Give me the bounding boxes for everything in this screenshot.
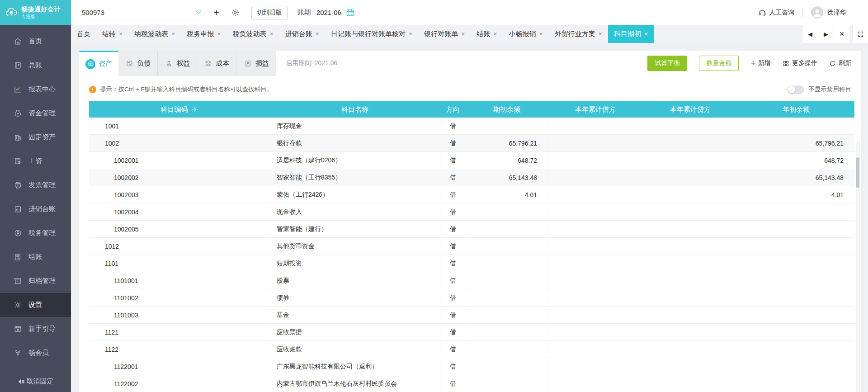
account-row-1002003[interactable]: 1002003蒙佑（工行2426）借4.014.01 — [89, 186, 854, 203]
tab-close-icon[interactable]: × — [461, 30, 465, 38]
account-row-1002001[interactable]: 1002001适居科技（建行0206）借648.72648.72 — [89, 152, 854, 169]
category-tab-权益[interactable]: 权益 — [158, 51, 197, 76]
calendar-icon[interactable] — [346, 8, 354, 17]
tab-小畅报销[interactable]: 小畅报销× — [503, 25, 549, 43]
tab-scroll-left-button[interactable]: ◀ — [802, 25, 818, 43]
account-row-1122002[interactable]: 1122002内蒙古鄂市伊旗乌兰木伦石灰村村民委员会借 — [89, 375, 854, 392]
sidebar-item-资金管理[interactable]: 资金管理 — [0, 101, 71, 125]
account-row-1101002[interactable]: 1101002债券借 — [89, 289, 854, 307]
user-name[interactable]: 徐泽华 — [827, 9, 846, 17]
category-tab-损益[interactable]: 损益 — [236, 51, 276, 76]
add-account-set-icon[interactable]: + — [213, 8, 219, 18]
tab-税负波动表[interactable]: 税负波动表× — [227, 25, 279, 43]
period-value[interactable]: 2021-06 — [316, 9, 341, 16]
tab-close-icon[interactable]: × — [599, 30, 602, 38]
account-row-1121[interactable]: 1121应收票据借 — [89, 324, 854, 341]
account-row-1002004[interactable]: 1002004现金收入借 — [89, 203, 854, 221]
settings-icon — [14, 301, 22, 309]
account-set-select[interactable]: 500973 — [82, 5, 202, 20]
avatar[interactable] — [811, 6, 823, 19]
account-row-1122[interactable]: 1122应收账款借 — [89, 341, 854, 358]
opening-balance: 65,796.21 — [466, 135, 548, 151]
ytd-debit — [548, 341, 643, 358]
account-direction: 借 — [440, 341, 466, 358]
tab-结账[interactable]: 结账× — [471, 25, 503, 43]
archive-icon — [14, 277, 22, 285]
tab-close-icon[interactable]: × — [217, 30, 221, 38]
unpin-sidebar-button[interactable]: 取消固定 — [0, 377, 71, 386]
sidebar-item-工资[interactable]: 工资 — [0, 149, 71, 173]
close-all-tabs-button[interactable]: × — [834, 25, 849, 43]
account-row-1101001[interactable]: 1101001股票借 — [89, 272, 854, 289]
tab-close-icon[interactable]: × — [539, 30, 543, 38]
tab-结转[interactable]: 结转× — [96, 25, 128, 43]
tab-close-icon[interactable]: × — [119, 30, 123, 38]
live-support-button[interactable]: 人工咨询 — [758, 9, 794, 17]
account-row-1012[interactable]: 1012其他货币资金借 — [89, 238, 854, 255]
sidebar-item-畅会员[interactable]: 畅会员 — [0, 341, 71, 365]
tab-close-icon[interactable]: × — [316, 30, 319, 38]
sidebar-item-税务管理[interactable]: 税务管理 — [0, 221, 71, 245]
fullscreen-button[interactable] — [852, 25, 868, 43]
category-tab-成本[interactable]: 成本 — [197, 51, 236, 76]
account-row-1002[interactable]: 1002银行存款借65,796.2165,796.21 — [89, 135, 854, 152]
account-row-1001[interactable]: 1001库存现金借 — [89, 118, 854, 135]
table-scrollbar[interactable] — [856, 140, 860, 392]
scrollbar-thumb[interactable] — [856, 157, 859, 188]
support-label: 人工咨询 — [769, 9, 794, 17]
tab-首页[interactable]: 首页 — [71, 25, 96, 43]
sidebar-item-结账[interactable]: 结账 — [0, 245, 71, 269]
account-name: 银行存款 — [270, 135, 440, 151]
tab-日记账与银行对账单核对[interactable]: 日记账与银行对账单核对× — [325, 25, 418, 43]
tab-银行对账单[interactable]: 银行对账单× — [418, 25, 471, 43]
ytd-debit — [548, 152, 643, 169]
sidebar-item-进销台账[interactable]: 进销台账 — [0, 197, 71, 221]
tab-科目期初[interactable]: 科目期初× — [608, 25, 654, 43]
ytd-credit — [643, 375, 738, 392]
add-label: 新增 — [758, 59, 771, 67]
refresh-button[interactable]: 刷新 — [829, 59, 851, 67]
column-settings-icon[interactable] — [191, 106, 198, 113]
category-tab-资产[interactable]: 资产 — [79, 51, 118, 76]
account-row-1002002[interactable]: 1002002智家智能（工行8355）借65,143.4865,143.48 — [89, 169, 854, 186]
ytd-debit — [548, 221, 643, 237]
app-window: 畅捷通好会计 专业版 首页总账报表中心资金管理固定资产工资发票管理进销台账税务管… — [0, 0, 868, 392]
sidebar-item-首页[interactable]: 首页 — [0, 29, 71, 53]
switch-old-version-button[interactable]: 切到旧版 — [251, 6, 288, 19]
sidebar-item-新手引导[interactable]: 新手引导 — [0, 317, 71, 341]
account-row-1002005[interactable]: 1002005智家智能（建行）借 — [89, 221, 854, 238]
column-header-期初余额: 期初余额 — [466, 101, 548, 118]
account-code: 1002 — [89, 135, 270, 151]
tab-close-icon[interactable]: × — [409, 30, 412, 38]
ytd-debit — [548, 169, 643, 186]
account-row-1101003[interactable]: 1101003基金借 — [89, 307, 854, 324]
trial-balance-button[interactable]: 试算平衡 — [647, 56, 687, 71]
tab-label: 结转 — [102, 30, 116, 38]
account-name: 应收账款 — [270, 341, 440, 358]
tab-close-icon[interactable]: × — [493, 30, 497, 38]
settings-gear-icon[interactable] — [231, 8, 240, 17]
tab-close-icon[interactable]: × — [644, 30, 648, 38]
tab-纳税波动表[interactable]: 纳税波动表× — [128, 25, 181, 43]
tab-税务申报[interactable]: 税务申报× — [181, 25, 226, 43]
sidebar-item-归档管理[interactable]: 归档管理 — [0, 269, 71, 293]
more-operations-button[interactable]: 更多操作 — [783, 59, 817, 67]
sidebar-item-固定资产[interactable]: 固定资产 — [0, 125, 71, 149]
tab-scroll-right-button[interactable]: ▶ — [818, 25, 834, 43]
quantity-amount-button[interactable]: 数量金额 — [699, 56, 739, 71]
tab-外贸行业方案[interactable]: 外贸行业方案× — [549, 25, 608, 43]
account-row-1101[interactable]: 1101短期投资借 — [89, 255, 854, 272]
sidebar-item-报表中心[interactable]: 报表中心 — [0, 77, 71, 101]
sidebar-item-label: 新手引导 — [28, 325, 56, 333]
sidebar-item-发票管理[interactable]: 发票管理 — [0, 173, 71, 197]
hide-disabled-accounts-toggle[interactable] — [787, 85, 804, 94]
tab-close-icon[interactable]: × — [171, 30, 175, 38]
sidebar-item-总账[interactable]: 总账 — [0, 53, 71, 77]
sidebar-item-设置[interactable]: 设置 — [0, 293, 71, 317]
account-row-1122001[interactable]: 1122001广东黑龙智能科技有限公司（返利）借 — [89, 358, 854, 375]
category-tab-负债[interactable]: 负债 — [118, 51, 158, 76]
tab-进销台账[interactable]: 进销台账× — [279, 25, 325, 43]
add-button[interactable]: + 新增 — [750, 59, 771, 67]
home-icon — [14, 37, 22, 46]
tab-close-icon[interactable]: × — [270, 30, 274, 38]
